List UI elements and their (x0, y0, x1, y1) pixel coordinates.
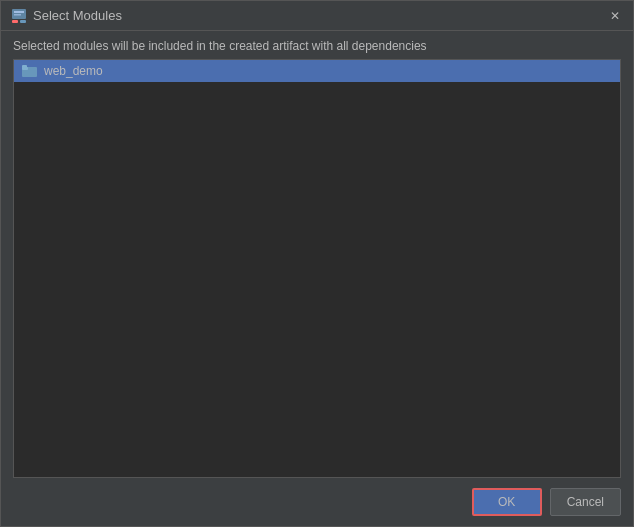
title-bar-left: Select Modules (11, 8, 122, 24)
module-list[interactable]: web_demo (13, 59, 621, 478)
dialog-icon (11, 8, 27, 24)
dialog-description: Selected modules will be included in the… (1, 31, 633, 59)
svg-rect-2 (14, 14, 21, 16)
module-item[interactable]: web_demo (14, 60, 620, 82)
cancel-button[interactable]: Cancel (550, 488, 621, 516)
module-folder-icon (22, 64, 38, 78)
svg-rect-4 (20, 20, 26, 23)
module-name: web_demo (44, 64, 103, 78)
svg-rect-1 (14, 11, 24, 13)
select-modules-dialog: Select Modules ✕ Selected modules will b… (0, 0, 634, 527)
title-bar: Select Modules ✕ (1, 1, 633, 31)
svg-rect-3 (12, 20, 18, 23)
ok-button[interactable]: OK (472, 488, 542, 516)
svg-rect-7 (22, 65, 27, 68)
close-button[interactable]: ✕ (607, 8, 623, 24)
button-bar: OK Cancel (1, 478, 633, 526)
dialog-title: Select Modules (33, 8, 122, 23)
